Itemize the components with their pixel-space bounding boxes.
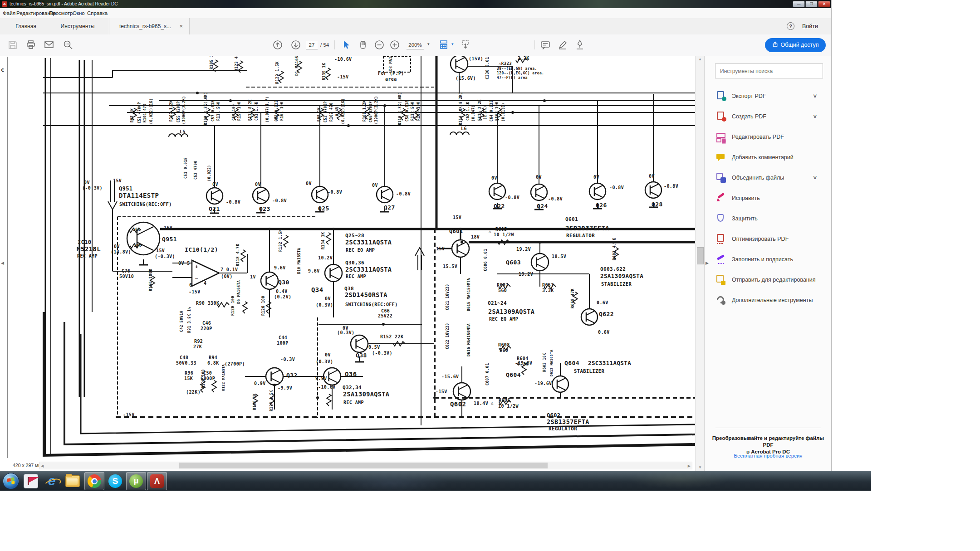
schematic-label: R161 100	[280, 102, 284, 121]
panel-item-label: Заполнить и подписать	[732, 256, 793, 263]
schematic-label: SWITCHING(REC:OFF)	[345, 302, 398, 307]
schematic-label: (0.022)(1K)	[342, 98, 345, 124]
schematic-label: Q951	[162, 236, 177, 242]
zoom-out-icon[interactable]	[374, 39, 385, 50]
email-icon[interactable]	[44, 39, 54, 50]
panel-item-comment[interactable]: Добавить комментарий	[705, 147, 831, 167]
chevron-down-icon[interactable]: ˅	[813, 93, 817, 99]
panel-item-export-pdf[interactable]: Экспорт PDF˅	[705, 86, 831, 106]
zoom-in-icon[interactable]	[389, 39, 400, 50]
schematic-label: R134 1K	[321, 232, 325, 249]
panel-divider	[715, 428, 821, 428]
find-icon[interactable]	[63, 39, 74, 50]
zoom-level-select[interactable]: 200%	[407, 41, 424, 49]
close-tab-icon[interactable]: ×	[179, 18, 183, 34]
collapse-left-panel-icon[interactable]: ◀	[1, 261, 4, 265]
schematic-label: R120 100	[231, 296, 235, 316]
share-button[interactable]: Общий доступ	[765, 38, 826, 52]
horizontal-scrollbar[interactable]: ◀ ▶	[39, 462, 692, 469]
menu-item-2[interactable]: Просмотр	[49, 8, 73, 18]
schematic-label: -0.8V	[548, 197, 563, 201]
panel-item-edit-pdf[interactable]: Редактировать PDF	[705, 127, 831, 147]
taskbar-item-fdm[interactable]	[21, 472, 41, 490]
tab-document[interactable]: technics_rs-b965_s... ×	[109, 18, 190, 34]
chevron-down-icon[interactable]: ˅	[813, 113, 817, 120]
taskbar-item-explorer[interactable]	[63, 472, 83, 490]
chevron-down-icon[interactable]: ▾	[451, 42, 454, 46]
combine-icon	[716, 173, 725, 183]
highlight-pen-icon[interactable]	[557, 39, 568, 50]
taskbar-item-chrome[interactable]	[84, 472, 104, 490]
schematic-label: R105 1K	[210, 56, 214, 69]
schematic-label: 0V	[325, 353, 331, 357]
help-icon[interactable]: ?	[787, 22, 794, 30]
vertical-scroll-thumb[interactable]	[697, 247, 704, 264]
schematic-label: 10K	[134, 244, 141, 248]
close-button[interactable]: ✕	[818, 1, 830, 7]
save-icon[interactable]	[7, 39, 18, 50]
create-pdf-icon	[716, 112, 725, 122]
next-page-icon[interactable]	[290, 39, 301, 50]
more-tools-icon	[716, 295, 725, 305]
schematic-label: Q24	[537, 203, 548, 209]
free-trial-link[interactable]: Бесплатная пробная версия	[709, 453, 827, 458]
sign-in-button[interactable]: Войти	[802, 18, 818, 34]
panel-item-optimize[interactable]: Оптимизировать PDF	[705, 229, 831, 249]
schematic-label: 0V	[306, 181, 312, 186]
schematic-label: Q28	[652, 201, 663, 207]
select-tool-icon[interactable]	[340, 39, 351, 50]
taskbar-item-ie[interactable]: e	[42, 472, 62, 490]
schematic-label: Q604	[506, 372, 521, 378]
horizontal-scroll-thumb[interactable]	[179, 463, 548, 468]
menu-item-0[interactable]: Файл	[3, 8, 15, 18]
schematic-label: 2SD1450RSTA	[345, 292, 387, 298]
scroll-left-icon[interactable]: ◀	[41, 464, 44, 468]
page-scrolling-icon[interactable]	[460, 39, 471, 50]
schematic-label: R90 330K	[196, 301, 219, 306]
page-size-status: 420 x 297 мм	[13, 463, 41, 468]
schematic-label: 15V	[436, 247, 445, 251]
previous-page-icon[interactable]	[272, 39, 283, 50]
vertical-scrollbar[interactable]: ▲ ▼	[695, 56, 705, 471]
scroll-up-icon[interactable]: ▲	[698, 57, 702, 61]
schematic-label: -10.6V	[318, 385, 336, 390]
schematic-label: 0V	[536, 175, 542, 180]
scroll-down-icon[interactable]: ▼	[698, 465, 702, 469]
hand-tool-icon[interactable]	[358, 39, 368, 50]
schematic-label: Q21	[209, 206, 220, 212]
tab-home[interactable]: Главная	[6, 18, 45, 34]
taskbar-item-skype[interactable]: S	[105, 472, 125, 490]
page-number-input[interactable]: 27	[306, 41, 318, 49]
tab-tools[interactable]: Инструменты	[48, 18, 107, 34]
panel-item-protect[interactable]: Защитить	[705, 208, 831, 229]
fit-width-icon[interactable]	[439, 39, 450, 50]
maximize-button[interactable]: ❐	[805, 1, 818, 7]
panel-item-send[interactable]: Отправить для редактирования	[705, 269, 831, 290]
comment-icon[interactable]	[540, 39, 551, 50]
schematic-label: -15V	[436, 390, 447, 394]
scroll-right-icon[interactable]: ▶	[688, 464, 691, 468]
start-button[interactable]	[1, 472, 21, 490]
tools-search-input[interactable]	[715, 63, 823, 78]
menu-item-3[interactable]: Окно	[73, 8, 85, 18]
pdf-page-view[interactable]: cR105 1KR123 4.7KR129 1.5KD1 MA165R135 1…	[0, 56, 695, 471]
taskbar-item-utorrent[interactable]: µ	[126, 472, 146, 490]
print-icon[interactable]	[25, 39, 36, 50]
chevron-down-icon[interactable]: ▾	[427, 42, 430, 46]
schematic-label: REC AMP	[343, 400, 364, 405]
panel-item-fix[interactable]: Исправить	[705, 188, 831, 208]
page-total-label: / 54	[320, 41, 329, 49]
schematic-label: 0V	[255, 182, 261, 187]
taskbar-item-acrobat[interactable]: Λ	[147, 472, 167, 490]
schematic-label: (3900P(2.2K)	[375, 96, 378, 124]
chevron-down-icon[interactable]: ˅	[813, 174, 817, 181]
minimize-button[interactable]: —	[793, 1, 805, 7]
panel-item-more-tools[interactable]: Дополнительные инструменты	[705, 290, 831, 310]
panel-item-create-pdf[interactable]: Создать PDF˅	[705, 106, 831, 127]
collapse-right-panel-icon[interactable]: ▶	[706, 261, 709, 265]
panel-item-fill-sign[interactable]: Заполнить и подписать	[705, 249, 831, 269]
panel-item-combine[interactable]: Объединить файлы˅	[705, 167, 831, 188]
menu-item-4[interactable]: Справка	[87, 8, 108, 18]
sign-pen-icon[interactable]	[574, 39, 585, 50]
schematic-label: (0.3V)	[316, 303, 333, 307]
